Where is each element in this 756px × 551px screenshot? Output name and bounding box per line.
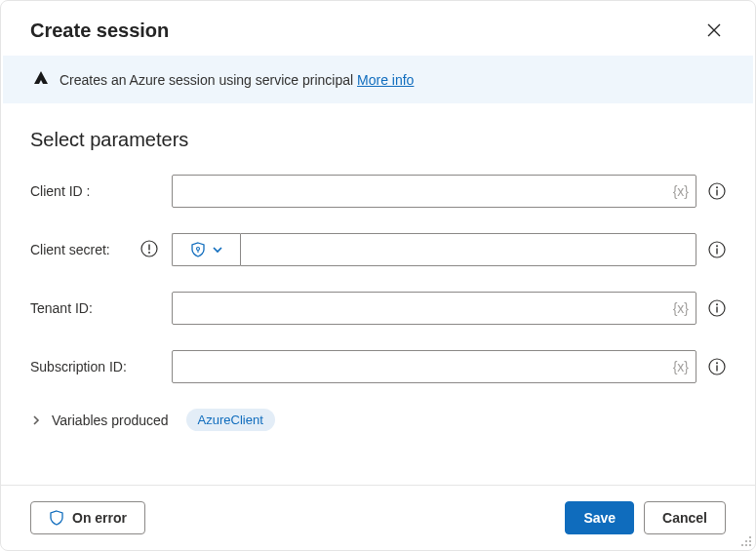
close-icon xyxy=(706,22,722,38)
secret-type-dropdown[interactable] xyxy=(172,233,240,266)
info-icon xyxy=(708,241,726,258)
svg-point-6 xyxy=(196,248,199,251)
svg-rect-4 xyxy=(148,244,149,250)
dialog-footer: On error Save Cancel xyxy=(1,485,755,550)
chevron-right-icon xyxy=(30,414,42,426)
section-title: Select parameters xyxy=(30,129,726,151)
variables-label: Variables produced xyxy=(52,413,169,428)
variables-toggle[interactable] xyxy=(30,414,42,426)
client-id-input[interactable] xyxy=(172,175,696,208)
azure-icon xyxy=(32,69,50,90)
subscription-id-input[interactable] xyxy=(172,350,696,383)
tenant-id-input[interactable] xyxy=(172,292,696,325)
tenant-id-label: Tenant ID: xyxy=(30,300,93,316)
client-secret-help-button[interactable] xyxy=(708,241,726,258)
save-button[interactable]: Save xyxy=(565,501,634,534)
subscription-id-row: Subscription ID: {x} xyxy=(30,350,726,383)
subscription-id-label: Subscription ID: xyxy=(30,359,127,374)
banner-text: Creates an Azure session using service p… xyxy=(60,72,414,88)
tenant-id-help-button[interactable] xyxy=(708,299,726,317)
variables-row: Variables produced AzureClient xyxy=(30,409,726,431)
svg-point-11 xyxy=(716,303,718,305)
dialog-header: Create session xyxy=(1,1,755,56)
variable-pill[interactable]: AzureClient xyxy=(186,409,275,431)
info-icon xyxy=(708,182,726,200)
svg-rect-9 xyxy=(716,249,717,255)
banner-description: Creates an Azure session using service p… xyxy=(60,72,353,88)
info-icon xyxy=(708,299,726,317)
svg-point-8 xyxy=(716,245,718,247)
client-id-label: Client ID : xyxy=(30,183,90,199)
shield-icon xyxy=(190,242,206,257)
svg-point-1 xyxy=(716,186,718,188)
info-banner: Creates an Azure session using service p… xyxy=(3,56,753,103)
on-error-label: On error xyxy=(72,510,127,526)
on-error-button[interactable]: On error xyxy=(30,501,145,534)
svg-rect-15 xyxy=(716,366,717,372)
svg-point-5 xyxy=(148,252,150,254)
chevron-down-icon xyxy=(212,244,223,256)
dialog-title: Create session xyxy=(30,20,169,42)
svg-point-14 xyxy=(716,362,718,364)
dialog-content: Select parameters Client ID : {x} Client… xyxy=(1,103,755,485)
subscription-id-help-button[interactable] xyxy=(708,358,726,375)
client-id-help-button[interactable] xyxy=(708,182,726,200)
client-secret-label: Client secret: xyxy=(30,242,110,257)
svg-rect-12 xyxy=(716,307,717,313)
cancel-button[interactable]: Cancel xyxy=(644,501,726,534)
client-secret-input[interactable] xyxy=(240,233,696,266)
client-secret-row: Client secret: xyxy=(30,233,726,266)
info-icon xyxy=(708,358,726,375)
cancel-label: Cancel xyxy=(662,510,707,526)
svg-rect-2 xyxy=(716,190,717,196)
more-info-link[interactable]: More info xyxy=(357,72,414,88)
tenant-id-row: Tenant ID: {x} xyxy=(30,292,726,325)
shield-outline-icon xyxy=(49,510,64,526)
close-button[interactable] xyxy=(702,19,726,42)
save-label: Save xyxy=(583,510,616,526)
create-session-dialog: Create session Creates an Azure session … xyxy=(0,0,756,551)
warning-icon xyxy=(140,240,158,260)
client-id-row: Client ID : {x} xyxy=(30,175,726,208)
